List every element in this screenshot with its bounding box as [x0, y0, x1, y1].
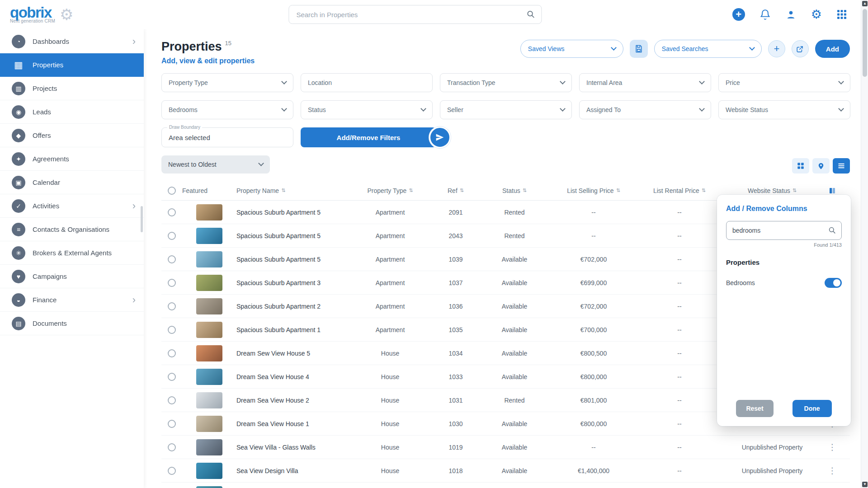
sort-icon[interactable]: ⇅ [523, 188, 527, 193]
property-name-link[interactable]: Spacious Suburb Apartment 5 [236, 232, 349, 239]
grid-view-icon[interactable] [792, 158, 809, 174]
column-header-status[interactable]: Status⇅ [481, 187, 548, 194]
filter-internal-area-dropdown[interactable]: Internal Area [579, 73, 711, 92]
filter-seller-dropdown[interactable]: Seller [440, 100, 572, 119]
column-header-list-rental-price[interactable]: List Rental Price⇅ [639, 187, 720, 194]
row-select-radio[interactable] [168, 443, 176, 451]
table-row[interactable]: Sea View Villa - Glass WallsHouse1019Ava… [161, 436, 850, 459]
brand-logo[interactable]: qobrix Next generation CRM ⚙ [0, 5, 144, 23]
sidebar-item-projects[interactable]: ▥Projects [0, 77, 144, 100]
column-header-property-name[interactable]: Property Name⇅ [236, 187, 349, 194]
column-header-property-type[interactable]: Property Type⇅ [349, 187, 431, 194]
property-thumbnail[interactable] [196, 392, 222, 408]
row-select-radio[interactable] [168, 373, 176, 381]
property-name-link[interactable]: Spacious Suburb Apartment 5 [236, 256, 349, 263]
draw-boundary-field[interactable]: Draw Boundary Area selected [161, 127, 293, 147]
property-thumbnail[interactable] [196, 369, 222, 385]
property-thumbnail[interactable] [196, 228, 222, 244]
filter-assigned-to-dropdown[interactable]: Assigned To [579, 100, 711, 119]
filter-property-type-dropdown[interactable]: Property Type [161, 73, 293, 92]
table-row[interactable]: Sea View Design VillaHouse1018Available€… [161, 459, 850, 483]
search-input[interactable] [288, 5, 542, 24]
reset-button[interactable]: Reset [736, 400, 773, 417]
row-select-radio[interactable] [168, 232, 176, 240]
property-name-link[interactable]: Dream Sea View House 1 [236, 420, 349, 427]
column-header-website-status[interactable]: Website Status⇅ [720, 187, 824, 194]
add-remove-filters-button[interactable]: Add/Remove Filters [301, 127, 436, 147]
quick-add-button[interactable]: + [732, 8, 745, 21]
map-view-icon[interactable] [812, 158, 830, 174]
column-header-ref[interactable]: Ref⇅ [431, 187, 481, 194]
search-icon[interactable] [828, 226, 836, 236]
property-thumbnail[interactable] [196, 463, 222, 479]
property-thumbnail[interactable] [196, 298, 222, 314]
filter-transaction-type-dropdown[interactable]: Transaction Type [440, 73, 572, 92]
sidebar-item-documents[interactable]: ▤Documents [0, 312, 144, 335]
sort-icon[interactable]: ⇅ [409, 188, 413, 193]
scrollbar-thumb[interactable] [863, 9, 867, 77]
saved-views-dropdown[interactable]: Saved Views [520, 40, 623, 58]
property-thumbnail[interactable] [196, 416, 222, 432]
done-button[interactable]: Done [793, 400, 832, 417]
property-name-link[interactable]: Spacious Suburb Apartment 3 [236, 279, 349, 286]
filter-location-input[interactable]: Location [301, 73, 433, 92]
list-view-icon[interactable] [833, 158, 850, 174]
property-name-link[interactable]: Sea View Design Villa [236, 467, 349, 474]
sort-icon[interactable]: ⇅ [793, 188, 797, 193]
row-select-radio[interactable] [168, 349, 176, 357]
bedrooms-toggle[interactable] [825, 278, 842, 288]
sidebar-item-activities[interactable]: ✓Activities› [0, 194, 144, 218]
sidebar-item-finance[interactable]: ◒Finance› [0, 288, 144, 312]
saved-searches-dropdown[interactable]: Saved Searches [654, 40, 762, 58]
sort-icon[interactable]: ⇅ [460, 188, 464, 193]
sort-icon[interactable]: ⇅ [702, 188, 706, 193]
page-scrollbar[interactable]: ▲ ▼ [861, 0, 868, 488]
sidebar-item-contacts-organisations[interactable]: ≡Contacts & Organisations [0, 218, 144, 241]
sort-icon[interactable]: ⇅ [281, 188, 285, 193]
new-search-button[interactable]: + [768, 40, 785, 57]
apps-grid-icon[interactable] [836, 9, 847, 20]
property-thumbnail[interactable] [196, 345, 222, 361]
table-row[interactable]: ⋮ [161, 483, 850, 488]
sidebar-item-offers[interactable]: ◆Offers [0, 124, 144, 147]
sidebar-item-properties[interactable]: ▦Properties [0, 53, 144, 77]
property-thumbnail[interactable] [196, 204, 222, 221]
page-subtitle[interactable]: Add, view & edit properties [161, 57, 255, 65]
filter-status-dropdown[interactable]: Status [301, 100, 433, 119]
sidebar-item-campaigns[interactable]: ♥Campaigns [0, 265, 144, 288]
row-select-radio[interactable] [168, 255, 176, 263]
row-menu-icon[interactable]: ⋮ [824, 442, 840, 452]
property-name-link[interactable]: Spacious Suburb Apartment 2 [236, 303, 349, 310]
sort-order-dropdown[interactable]: Newest to Oldest [161, 155, 270, 174]
property-thumbnail[interactable] [196, 486, 222, 488]
notifications-bell-icon[interactable] [760, 9, 771, 20]
row-select-radio[interactable] [168, 279, 176, 287]
column-search-input[interactable] [726, 221, 842, 240]
filter-price-dropdown[interactable]: Price [718, 73, 850, 92]
row-select-radio[interactable] [168, 420, 176, 428]
sidebar-item-dashboards[interactable]: ◔Dashboards› [0, 30, 144, 53]
scroll-up-arrow-icon[interactable]: ▲ [862, 1, 868, 6]
property-name-link[interactable]: Spacious Suburb Apartment 1 [236, 326, 349, 333]
apply-filters-send-button[interactable] [429, 127, 451, 148]
property-name-link[interactable]: Spacious Suburb Apartment 5 [236, 209, 349, 216]
export-link-button[interactable] [792, 40, 809, 57]
sidebar-item-agreements[interactable]: ✦Agreements [0, 147, 144, 171]
property-thumbnail[interactable] [196, 251, 222, 267]
user-profile-icon[interactable] [785, 9, 797, 20]
filter-website-status-dropdown[interactable]: Website Status [718, 100, 850, 119]
select-all-radio[interactable] [168, 187, 176, 195]
scroll-down-arrow-icon[interactable]: ▼ [862, 482, 868, 487]
property-name-link[interactable]: Sea View Villa - Glass Walls [236, 444, 349, 451]
add-property-button[interactable]: Add [815, 40, 850, 58]
filter-bedrooms-dropdown[interactable]: Bedrooms [161, 100, 293, 119]
save-view-button[interactable] [630, 40, 648, 58]
row-select-radio[interactable] [168, 326, 176, 334]
property-name-link[interactable]: Dream Sea View House 2 [236, 397, 349, 404]
row-menu-icon[interactable]: ⋮ [824, 465, 840, 476]
search-icon[interactable] [526, 9, 535, 21]
property-name-link[interactable]: Dream Sew View House 5 [236, 350, 349, 357]
sidebar-item-brokers-external-agents[interactable]: ✳Brokers & External Agents [0, 241, 144, 265]
property-name-link[interactable]: Dream Sea View House 4 [236, 373, 349, 380]
property-thumbnail[interactable] [196, 322, 222, 338]
